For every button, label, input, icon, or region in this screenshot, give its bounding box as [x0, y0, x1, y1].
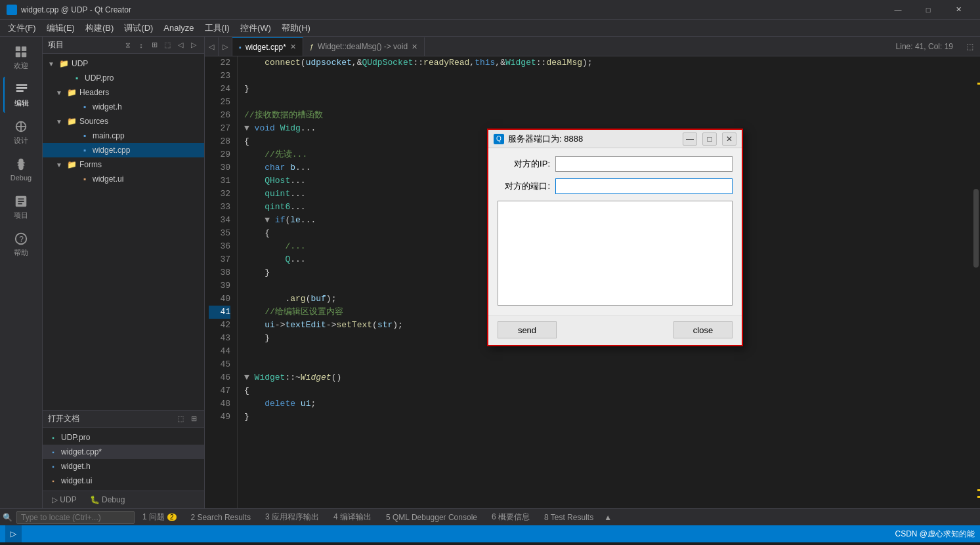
- dialog-send-btn[interactable]: send: [498, 321, 557, 338]
- expand-icon[interactable]: ⬚: [960, 37, 980, 56]
- title-text: widget.cpp @ UDP - Qt Creator: [21, 5, 883, 14]
- tree-item-udp[interactable]: ▼ 📁 UDP: [43, 56, 204, 71]
- tab-dealMsg[interactable]: ƒ Widget::dealMsg() -> void ✕: [303, 37, 425, 56]
- arrow-headers: ▼: [56, 89, 66, 96]
- tree-label-udppro: UDP.pro: [85, 73, 114, 83]
- open-doc-udppro[interactable]: ▪ UDP.pro: [43, 430, 204, 445]
- sidebar-item-project[interactable]: 项目: [3, 189, 39, 225]
- bottom-tab-search-label: 2 Search Results: [191, 513, 251, 522]
- dialog-footer: send close: [488, 315, 742, 345]
- tree-item-widgeth[interactable]: ▪ widget.h: [43, 100, 204, 114]
- nav-back-icon[interactable]: ◁: [175, 40, 186, 50]
- open-docs-icon1[interactable]: ⬚: [175, 414, 186, 424]
- folder-icon-udp: 📁: [58, 58, 69, 69]
- sidebar-item-debug[interactable]: Debug: [3, 151, 39, 188]
- bottom-tab-buildoutput[interactable]: 4 编译输出: [327, 510, 378, 525]
- scroll-marker-1: [977, 83, 980, 85]
- tab-widget-cpp-prev[interactable]: ◁: [205, 37, 219, 56]
- menu-tools[interactable]: 工具(I): [200, 21, 235, 35]
- tab-widgetcpp-close[interactable]: ✕: [290, 43, 296, 51]
- bottom-tab-problems[interactable]: 1 问题 2: [136, 510, 183, 525]
- bottom-tab-appoutput[interactable]: 3 应用程序输出: [259, 510, 326, 525]
- tab-dealMsg-close[interactable]: ✕: [412, 43, 417, 51]
- tree-label-headers: Headers: [79, 88, 109, 97]
- sidebar-item-edit[interactable]: 编辑: [3, 77, 39, 113]
- dialog-minimize-btn[interactable]: —: [683, 132, 697, 146]
- dialog-ip-input[interactable]: [555, 156, 733, 172]
- sync-icon[interactable]: ⬚: [162, 40, 173, 50]
- tree-item-widgetcpp[interactable]: ▪ widget.cpp: [43, 143, 204, 157]
- close-button[interactable]: ✕: [943, 0, 973, 20]
- tree-label-sources: Sources: [79, 117, 108, 126]
- open-doc-widgetui[interactable]: ▪ widget.ui: [43, 474, 204, 488]
- bottom-chevron-icon[interactable]: ▲: [604, 513, 612, 522]
- dialog-close-btn[interactable]: ✕: [722, 132, 736, 146]
- editor-area: ◁ ▷ ▪ widget.cpp* ✕ ƒ Widget::dealMsg() …: [205, 37, 980, 508]
- line-numbers: 22 23 24 25 26 27 28 29 30 31 32 33 34 3…: [205, 56, 238, 508]
- filter-icon[interactable]: ⧖: [123, 40, 133, 50]
- svg-text:?: ?: [19, 234, 24, 243]
- dialog-message-textarea[interactable]: [498, 201, 733, 306]
- menu-controls[interactable]: 控件(W): [235, 21, 276, 35]
- menu-build[interactable]: 构建(B): [80, 21, 119, 35]
- menu-file[interactable]: 文件(F): [3, 21, 41, 35]
- tree-item-headers[interactable]: ▼ 📁 Headers: [43, 85, 204, 100]
- menu-debug[interactable]: 调试(D): [119, 21, 158, 35]
- dialog-port-label: 对方的端口:: [498, 180, 550, 192]
- bottom-tab-overview[interactable]: 6 概要信息: [485, 510, 536, 525]
- tree-item-sources[interactable]: ▼ 📁 Sources: [43, 114, 204, 129]
- locate-input[interactable]: [16, 511, 135, 524]
- tree-item-maincpp[interactable]: ▪ main.cpp: [43, 129, 204, 143]
- dialog-ip-field: 对方的IP:: [498, 156, 733, 172]
- editor-scrollbar[interactable]: [971, 56, 980, 508]
- menu-edit[interactable]: 编辑(E): [41, 21, 80, 35]
- open-doc-widgetcpp[interactable]: ▪ widget.cpp*: [43, 445, 204, 459]
- bottom-tab-search[interactable]: 2 Search Results: [184, 510, 257, 525]
- open-doc-widgeth[interactable]: ▪ widget.h: [43, 459, 204, 474]
- nav-fwd-icon[interactable]: ▷: [188, 40, 199, 50]
- dialog-server: Q 服务器端口为: 8888 — □ ✕ 对方的IP: 对方的端口:: [487, 129, 743, 346]
- tree-item-widgetui[interactable]: ▪ widget.ui: [43, 172, 204, 186]
- open-docs-icon2[interactable]: ⊞: [188, 414, 199, 424]
- tab-widget-cpp-fwd[interactable]: ▷: [219, 37, 232, 56]
- window-controls: — □ ✕: [883, 0, 973, 20]
- link-icon[interactable]: ⊞: [149, 40, 160, 50]
- svg-rect-6: [16, 90, 24, 91]
- tree-label-widgetui: widget.ui: [93, 174, 123, 184]
- menu-help[interactable]: 帮助(H): [276, 21, 316, 35]
- doc-icon-widgeth: ▪: [48, 461, 58, 472]
- svg-rect-0: [16, 46, 20, 50]
- dialog-maximize-btn[interactable]: □: [702, 132, 717, 146]
- panel-header-icons: ⧖ ↕ ⊞ ⬚ ◁ ▷: [123, 40, 199, 50]
- minimize-button[interactable]: —: [883, 0, 913, 20]
- tree-item-udppro[interactable]: ▪ UDP.pro: [43, 71, 204, 85]
- maximize-button[interactable]: □: [913, 0, 943, 20]
- dialog-titlebar: Q 服务器端口为: 8888 — □ ✕: [488, 130, 742, 148]
- sidebar-label-welcome: 欢迎: [14, 61, 28, 71]
- menu-analyze[interactable]: Analyze: [158, 22, 199, 34]
- status-left: ▷: [5, 525, 22, 542]
- dialog-app-icon: Q: [494, 134, 504, 144]
- dialog-close-action-btn[interactable]: close: [673, 321, 733, 338]
- tree-item-forms[interactable]: ▼ 📁 Forms: [43, 157, 204, 172]
- sort-icon[interactable]: ↕: [136, 40, 146, 50]
- dialog-port-input[interactable]: [555, 178, 733, 194]
- doc-icon-widgetui: ▪: [48, 475, 58, 486]
- tab-widgetcpp-icon: ▪: [239, 43, 242, 51]
- scrollbar-thumb[interactable]: [973, 189, 979, 268]
- bottom-tab-testresults[interactable]: 8 Test Results: [538, 510, 600, 525]
- bottom-tab-qmlconsole[interactable]: 5 QML Debugger Console: [379, 510, 484, 525]
- tab-widgetcpp-label: widget.cpp*: [245, 43, 286, 52]
- side-debug-icon[interactable]: 🐛 Debug: [85, 494, 131, 506]
- status-right: CSDN @虚心求知的能: [895, 529, 975, 540]
- sidebar-item-design[interactable]: 设计: [3, 114, 39, 150]
- sidebar-label-help: 帮助: [14, 248, 28, 258]
- sidebar-item-help[interactable]: ? 帮助: [3, 226, 39, 262]
- line-col-info: Line: 41, Col: 19: [889, 37, 960, 56]
- svg-rect-1: [22, 46, 26, 50]
- sidebar-item-welcome[interactable]: 欢迎: [3, 39, 39, 75]
- title-bar: widget.cpp @ UDP - Qt Creator — □ ✕: [0, 0, 980, 20]
- side-udp-icon[interactable]: ▷ UDP: [47, 494, 82, 506]
- doc-label-widgetui: widget.ui: [61, 476, 92, 485]
- tab-widgetcpp[interactable]: ▪ widget.cpp* ✕: [232, 37, 303, 56]
